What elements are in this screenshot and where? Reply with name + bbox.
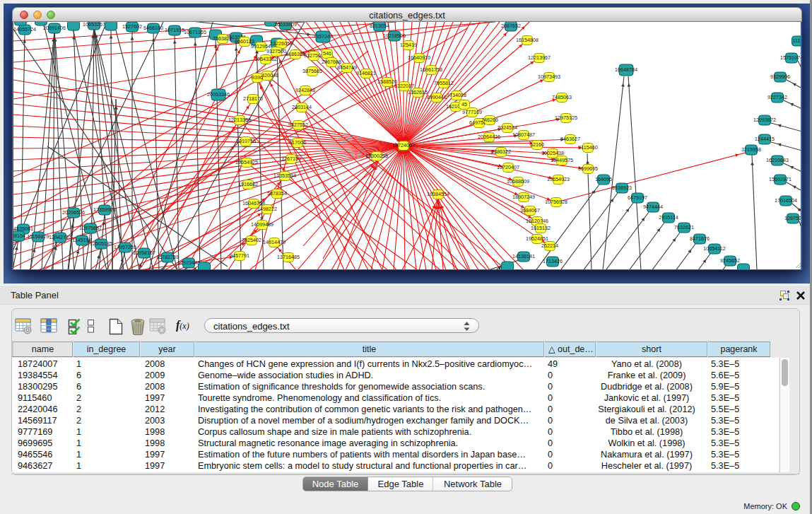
svg-text:1527602: 1527602 (122, 23, 142, 30)
svg-text:9242848: 9242848 (295, 87, 315, 93)
svg-text:14914479: 14914479 (263, 239, 286, 245)
svg-text:10671355: 10671355 (184, 29, 206, 35)
svg-text:8813054: 8813054 (370, 23, 389, 29)
svg-text:126753: 126753 (784, 215, 801, 221)
svg-text:15751074: 15751074 (780, 54, 801, 61)
svg-text:11156829: 11156829 (28, 233, 49, 240)
svg-text:20053346: 20053346 (207, 91, 230, 98)
svg-text:14136141: 14136141 (512, 253, 535, 259)
svg-text:16154808: 16154808 (516, 37, 539, 43)
svg-text:6466160: 6466160 (143, 25, 163, 31)
svg-text:2386322: 2386322 (491, 148, 511, 155)
svg-text:4535061: 4535061 (13, 226, 33, 232)
svg-text:6479197: 6479197 (628, 194, 647, 201)
svg-text:417006: 417006 (289, 139, 306, 146)
svg-text:7485063: 7485063 (552, 94, 572, 100)
svg-text:10973493: 10973493 (538, 74, 560, 80)
svg-text:12213967: 12213967 (528, 54, 551, 61)
svg-text:2718170: 2718170 (243, 95, 263, 102)
svg-text:14055724: 14055724 (13, 26, 36, 33)
svg-text:12505185: 12505185 (90, 240, 112, 247)
svg-text:2803144: 2803144 (292, 104, 312, 110)
svg-text:9245652: 9245652 (720, 257, 740, 264)
svg-text:19524851: 19524851 (526, 235, 548, 242)
svg-text:1498222: 1498222 (257, 206, 277, 212)
svg-text:19218506: 19218506 (383, 33, 406, 39)
svg-text:8186328: 8186328 (286, 51, 305, 57)
svg-text:8454749: 8454749 (337, 64, 357, 71)
svg-text:12213363: 12213363 (228, 117, 251, 123)
svg-text:10654112: 10654112 (703, 245, 725, 252)
svg-text:18907249: 18907249 (512, 194, 535, 200)
svg-text:13716485: 13716485 (277, 254, 300, 260)
svg-text:10807487: 10807487 (512, 132, 535, 138)
svg-text:16210643: 16210643 (766, 157, 789, 163)
svg-text:125419: 125419 (400, 42, 417, 48)
svg-text:9474444: 9474444 (643, 204, 663, 210)
svg-text:16782759: 16782759 (156, 254, 179, 260)
svg-text:12923448: 12923448 (177, 259, 200, 266)
svg-text:20206526: 20206526 (62, 209, 85, 216)
svg-text:10543362: 10543362 (254, 56, 277, 62)
svg-text:10025438: 10025438 (541, 150, 564, 156)
svg-text:12942737: 12942737 (49, 234, 71, 240)
svg-text:9427552: 9427552 (288, 122, 308, 128)
svg-text:10653267: 10653267 (83, 22, 105, 28)
svg-text:16640910: 16640910 (408, 54, 430, 61)
svg-text:9327508: 9327508 (304, 52, 324, 59)
svg-text:14099489: 14099489 (251, 221, 273, 228)
svg-text:252214: 252214 (541, 243, 558, 249)
svg-text:8322037: 8322037 (394, 83, 414, 89)
svg-text:546: 546 (323, 50, 331, 57)
svg-text:17359928: 17359928 (93, 206, 116, 213)
svg-text:164095: 164095 (595, 176, 612, 182)
svg-text:1713426: 1713426 (543, 258, 563, 264)
svg-text:16648784: 16648784 (615, 66, 637, 73)
svg-text:20364436: 20364436 (478, 134, 500, 140)
svg-text:12975125: 12975125 (555, 115, 577, 121)
svg-text:10756928: 10756928 (545, 199, 567, 205)
svg-text:18724007: 18724007 (392, 142, 415, 148)
svg-text:62160: 62160 (530, 141, 544, 148)
svg-text:16120746: 16120746 (526, 218, 548, 224)
svg-text:1071915: 1071915 (165, 27, 184, 33)
svg-text:16033809: 16033809 (274, 22, 297, 28)
svg-text:7357244: 7357244 (313, 33, 333, 40)
svg-text:2935114: 2935114 (659, 214, 678, 221)
svg-text:3024534: 3024534 (498, 124, 517, 131)
svg-text:13353594: 13353594 (273, 173, 296, 179)
svg-text:15692971: 15692971 (769, 176, 792, 182)
svg-text:9146821: 9146821 (356, 70, 376, 76)
svg-text:1244415: 1244415 (755, 136, 775, 142)
svg-text:7625402: 7625402 (242, 237, 261, 243)
svg-text:8938923: 8938923 (612, 185, 632, 191)
svg-text:8471676: 8471676 (690, 235, 710, 242)
svg-text:19654925: 19654925 (235, 159, 258, 165)
svg-text:19384554: 19384554 (427, 191, 449, 197)
svg-text:12093872: 12093872 (753, 117, 776, 123)
svg-text:3684067: 3684067 (520, 207, 540, 214)
svg-text:23226058: 23226058 (270, 40, 293, 47)
svg-text:3267150: 3267150 (281, 156, 301, 162)
svg-text:15720407: 15720407 (497, 164, 519, 170)
svg-text:1362615: 1362615 (408, 89, 428, 95)
svg-text:39154: 39154 (13, 233, 25, 239)
svg-text:10688609: 10688609 (507, 178, 529, 185)
svg-text:1916682: 1916682 (238, 181, 258, 187)
svg-text:10975887: 10975887 (79, 225, 102, 231)
svg-text:45: 45 (461, 101, 467, 107)
svg-text:9457791: 9457791 (230, 252, 249, 259)
svg-text:5878354: 5878354 (267, 190, 287, 197)
svg-text:17016504: 17016504 (775, 197, 797, 204)
svg-text:746266: 746266 (481, 117, 498, 123)
svg-text:1112: 1112 (793, 37, 801, 44)
svg-text:10958107: 10958107 (133, 250, 155, 256)
svg-text:2087652: 2087652 (501, 23, 521, 29)
svg-text:3215958: 3215958 (741, 146, 761, 153)
svg-text:9777169: 9777169 (462, 109, 482, 115)
svg-text:9329906: 9329906 (770, 74, 790, 80)
svg-text:9396: 9396 (252, 74, 263, 81)
svg-text:1615132: 1615132 (531, 225, 551, 231)
svg-text:9463627: 9463627 (560, 136, 580, 142)
svg-text:19654923: 19654923 (547, 176, 570, 182)
